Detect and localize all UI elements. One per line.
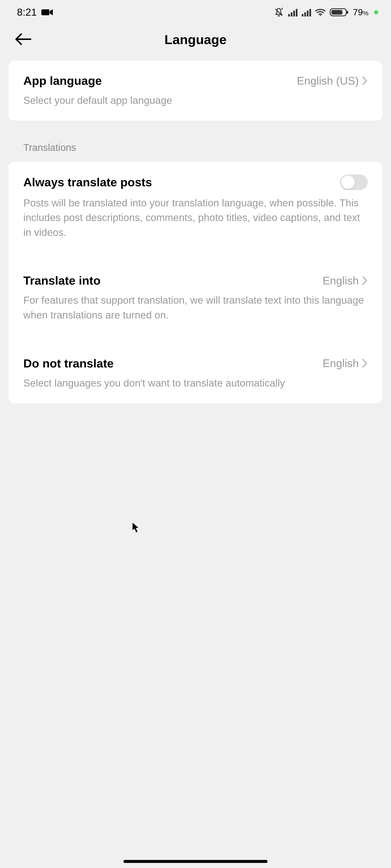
do-not-translate-title: Do not translate <box>23 356 114 370</box>
translate-into-value: English <box>323 274 359 287</box>
signal-icon-2 <box>302 8 311 17</box>
page-header: Language <box>0 22 391 61</box>
app-language-row[interactable]: App language English (US) Select your de… <box>8 61 383 121</box>
status-left: 8:21 <box>17 6 53 18</box>
mute-icon <box>274 7 284 18</box>
svg-rect-5 <box>347 11 348 14</box>
cursor-icon <box>131 521 142 534</box>
battery-suffix: % <box>363 9 368 17</box>
app-language-desc: Select your default app language <box>23 93 368 108</box>
always-translate-desc: Posts will be translated into your trans… <box>23 195 368 240</box>
translate-into-row[interactable]: Translate into English For features that… <box>8 261 383 335</box>
svg-rect-0 <box>41 9 50 15</box>
do-not-translate-row[interactable]: Do not translate English Select language… <box>8 344 383 403</box>
battery-percent: 79 <box>353 7 363 18</box>
do-not-translate-value: English <box>323 357 359 370</box>
translations-section: Always translate posts Posts will be tra… <box>8 162 383 403</box>
page-title: Language <box>164 32 227 47</box>
app-language-section: App language English (US) Select your de… <box>8 61 383 121</box>
chevron-right-icon <box>362 276 368 285</box>
always-translate-title: Always translate posts <box>23 175 152 189</box>
wifi-icon <box>315 8 326 16</box>
app-language-title: App language <box>23 74 102 88</box>
app-language-value: English (US) <box>297 74 359 87</box>
toggle-knob <box>341 176 355 189</box>
svg-point-2 <box>320 15 321 16</box>
chevron-right-icon <box>362 76 368 85</box>
home-indicator[interactable] <box>123 860 268 863</box>
status-right: 79 % <box>274 7 378 18</box>
always-translate-row[interactable]: Always translate posts Posts will be tra… <box>8 162 383 253</box>
translations-header: Translations <box>0 142 391 162</box>
translate-into-title: Translate into <box>23 274 100 287</box>
do-not-translate-desc: Select languages you don't want to trans… <box>23 376 368 391</box>
translate-into-desc: For features that support translation, w… <box>23 293 368 322</box>
chevron-right-icon <box>362 359 368 368</box>
status-time: 8:21 <box>17 6 37 18</box>
battery-icon <box>330 8 349 17</box>
signal-icon-1 <box>288 8 298 17</box>
arrow-left-icon <box>15 33 32 45</box>
video-icon <box>41 8 53 16</box>
always-translate-toggle[interactable] <box>340 175 368 190</box>
status-bar: 8:21 <box>0 0 391 22</box>
back-button[interactable] <box>13 31 34 48</box>
privacy-indicator-dot <box>374 10 378 14</box>
svg-rect-4 <box>331 10 342 14</box>
